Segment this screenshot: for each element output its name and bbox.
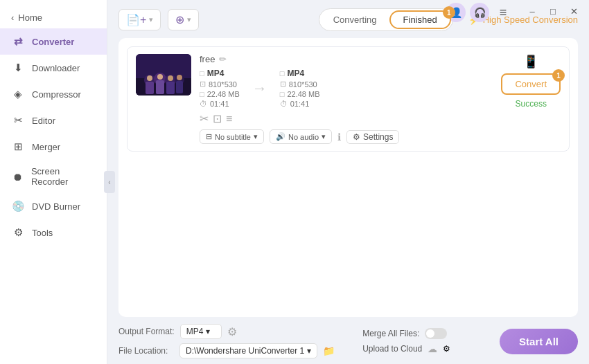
file-thumbnail [136, 54, 191, 95]
svg-point-8 [168, 75, 173, 81]
info-icon[interactable]: ℹ [337, 131, 341, 143]
subtitle-chevron: ▾ [254, 132, 258, 141]
status-badge: Success [516, 99, 547, 109]
format-icon: □ [200, 69, 204, 78]
scissors-icon[interactable]: ✂ [200, 112, 209, 125]
convert-button[interactable]: Convert 1 [501, 73, 561, 95]
svg-point-7 [157, 74, 163, 80]
format-chevron: ▾ [206, 327, 210, 336]
input-format: MP4 [207, 69, 225, 78]
output-format-select[interactable]: MP4 ▾ [180, 324, 222, 339]
sidebar-item-label: Merger [32, 142, 60, 152]
sidebar-item-compressor[interactable]: ◈ Compressor [0, 81, 107, 107]
size-icon: □ [200, 90, 204, 98]
file-card: free ✏ □ MP4 ⊡ 810*530 [127, 46, 570, 152]
screen-recorder-icon: ⏺ [11, 170, 24, 183]
device-icon[interactable]: 📱 [523, 54, 538, 69]
subtitle-icon: ⊟ [206, 132, 212, 141]
file-info: free ✏ □ MP4 ⊡ 810*530 [200, 54, 493, 144]
bottom-bar: Output Format: MP4 ▾ ⚙ File Location: D:… [118, 317, 578, 364]
sidebar-item-label: Editor [32, 116, 55, 126]
close-button[interactable]: ✕ [564, 1, 583, 21]
maximize-button[interactable]: □ [543, 1, 563, 21]
merge-toggle[interactable] [425, 328, 447, 339]
sidebar-item-label: DVD Burner [32, 201, 80, 212]
svg-rect-13 [176, 81, 183, 93]
file-name: free [200, 54, 215, 64]
sidebar: ‹ Home ⇄ Converter ⬇ Downloader ◈ Compre… [0, 0, 107, 364]
dvd-burner-icon: 💿 [11, 199, 25, 213]
cloud-settings-icon[interactable]: ⚙ [443, 344, 450, 354]
start-all-button[interactable]: Start All [500, 329, 578, 354]
output-size: 22.48 MB [287, 90, 319, 98]
effects-icon[interactable]: ≡ [226, 113, 232, 125]
upload-cloud-label: Upload to Cloud [362, 344, 422, 354]
settings-button[interactable]: ⚙ Settings [346, 130, 399, 144]
settings-gear-icon: ⚙ [353, 132, 360, 142]
edit-icon[interactable]: ✏ [219, 54, 227, 64]
sidebar-back[interactable]: ‹ Home [0, 7, 107, 28]
file-location-select[interactable]: D:\Wondershare UniConverter 1 ▾ [179, 343, 317, 358]
bottom-center: Merge All Files: Upload to Cloud ☁ ⚙ [362, 328, 450, 354]
file-location-value: D:\Wondershare UniConverter 1 [186, 346, 304, 356]
output-format-label: Output Format: [118, 327, 175, 336]
format-settings-icon[interactable]: ⚙ [227, 325, 237, 338]
minimize-button[interactable]: – [522, 1, 542, 21]
audio-icon: 🔊 [276, 132, 285, 141]
sidebar-item-downloader[interactable]: ⬇ Downloader [0, 55, 107, 81]
merge-files-label: Merge All Files: [362, 329, 419, 338]
output-format-value: MP4 [186, 327, 204, 336]
sidebar-item-label: Converter [32, 37, 74, 47]
output-size-icon: □ [280, 90, 285, 98]
sidebar-item-merger[interactable]: ⊞ Merger [0, 134, 107, 160]
audio-label: No audio [288, 133, 319, 141]
input-duration: 01:41 [210, 100, 229, 108]
sidebar-item-label: Downloader [32, 63, 80, 73]
subtitle-select[interactable]: ⊟ No subtitle ▾ [200, 129, 264, 144]
input-dimension: 810*530 [209, 80, 237, 89]
sidebar-item-converter[interactable]: ⇄ Converter [0, 28, 107, 55]
sidebar-item-label: Compressor [32, 89, 81, 100]
dimension-icon: ⊡ [200, 80, 206, 89]
sidebar-item-editor[interactable]: ✂ Editor [0, 107, 107, 134]
audio-chevron: ▾ [322, 132, 326, 141]
convert-badge: 1 [552, 69, 565, 82]
audio-select[interactable]: 🔊 No audio ▾ [270, 129, 332, 144]
format-info-row: □ MP4 ⊡ 810*530 □ 22.48 MB ⏱ [200, 69, 493, 108]
sidebar-item-dvd-burner[interactable]: 💿 DVD Burner [0, 193, 107, 219]
svg-rect-12 [166, 82, 175, 94]
svg-point-9 [177, 75, 182, 80]
arrow-icon: → [252, 80, 267, 98]
input-size: 22.48 MB [207, 90, 240, 98]
toggle-knob [426, 329, 434, 338]
tools-icon: ⚙ [11, 226, 25, 239]
output-duration-icon: ⏱ [280, 100, 288, 108]
svg-rect-11 [156, 80, 164, 94]
sidebar-collapse-button[interactable]: ‹ [104, 171, 115, 193]
sidebar-item-screen-recorder[interactable]: ⏺ Screen Recorder [0, 160, 107, 193]
downloader-icon: ⬇ [11, 61, 25, 75]
svg-point-6 [147, 75, 152, 81]
cloud-icon[interactable]: ☁ [428, 343, 437, 354]
crop-icon[interactable]: ⊡ [213, 112, 222, 125]
tool-icons-row: ✂ ⊡ ≡ [200, 112, 493, 125]
svg-rect-10 [146, 82, 154, 94]
card-right: 📱 Convert 1 Success [501, 54, 561, 109]
convert-label: Convert [515, 79, 547, 89]
bottom-left: Output Format: MP4 ▾ ⚙ File Location: D:… [118, 324, 335, 358]
sidebar-item-tools[interactable]: ⚙ Tools [0, 219, 107, 246]
path-chevron: ▾ [307, 346, 311, 356]
main-area: 📄+ ▾ ⊕ ▾ Converting Finished 1 ⚡ High Sp… [107, 0, 589, 364]
merger-icon: ⊞ [11, 140, 25, 154]
output-format: MP4 [287, 69, 304, 78]
duration-icon: ⏱ [200, 100, 207, 108]
sidebar-item-label: Screen Recorder [31, 166, 96, 187]
input-info: □ MP4 ⊡ 810*530 □ 22.48 MB ⏱ [200, 69, 240, 108]
output-info: □ MP4 ⊡ 810*530 □ 22.48 MB ⏱ [280, 69, 320, 108]
subtitle-label: No subtitle [215, 133, 251, 141]
browse-folder-icon[interactable]: 📁 [323, 345, 335, 356]
back-arrow-icon: ‹ [11, 12, 14, 23]
home-label: Home [18, 12, 42, 23]
sidebar-item-label: Tools [32, 228, 53, 238]
file-location-label: File Location: [118, 346, 174, 356]
